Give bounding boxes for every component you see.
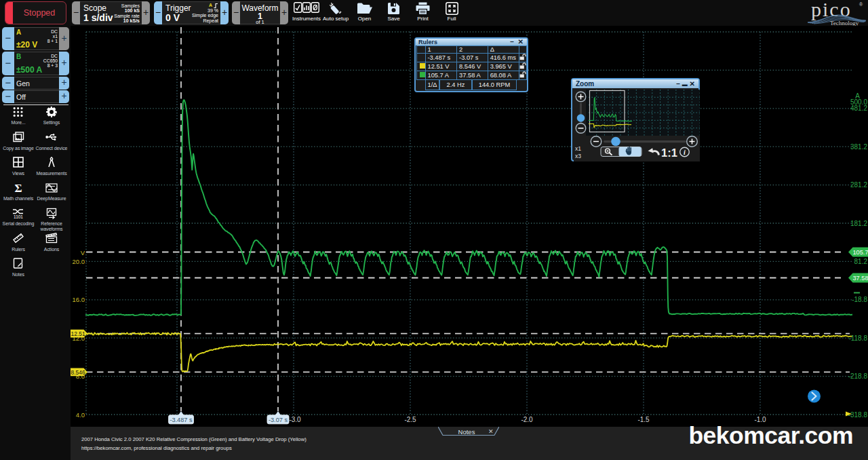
svg-text:-118.8: -118.8	[848, 334, 867, 342]
svg-text:20.0: 20.0	[73, 258, 85, 265]
svg-text:Technology: Technology	[830, 20, 859, 26]
svg-text:-3.0: -3.0	[289, 416, 301, 423]
svg-text:-218.8: -218.8	[848, 372, 868, 380]
svg-text:V: V	[81, 249, 85, 256]
svg-text:81.2: 81.2	[854, 258, 868, 265]
svg-text:16.0: 16.0	[73, 296, 85, 303]
svg-text:37.58: 37.58	[853, 275, 868, 282]
svg-text:®: ®	[859, 2, 863, 7]
svg-text:-3.487 s: -3.487 s	[170, 417, 193, 423]
svg-text:x3: x3	[575, 153, 581, 159]
svg-text:12.51: 12.51	[71, 330, 85, 337]
svg-text:x1: x1	[575, 145, 581, 152]
svg-text:381.2: 381.2	[850, 143, 867, 151]
svg-text:-1.5: -1.5	[637, 416, 650, 423]
svg-text:-2.0: -2.0	[521, 416, 533, 423]
svg-text:8.546: 8.546	[71, 369, 85, 376]
svg-text:1101: 1101	[14, 214, 23, 219]
svg-text:1:1: 1:1	[661, 147, 677, 159]
svg-text:Σ: Σ	[14, 182, 22, 194]
svg-text:481.2: 481.2	[850, 104, 867, 112]
svg-text:-2.5: -2.5	[404, 416, 416, 423]
svg-text:-318.8: -318.8	[848, 411, 868, 419]
svg-text:-18.8: -18.8	[852, 296, 867, 303]
svg-text:281.2: 281.2	[850, 181, 867, 189]
svg-text:i: i	[684, 149, 686, 156]
svg-text:4.0: 4.0	[76, 411, 85, 419]
svg-text:181.2: 181.2	[850, 220, 867, 227]
svg-text:-3.07 s: -3.07 s	[269, 417, 288, 423]
svg-text:105.7: 105.7	[853, 249, 868, 256]
